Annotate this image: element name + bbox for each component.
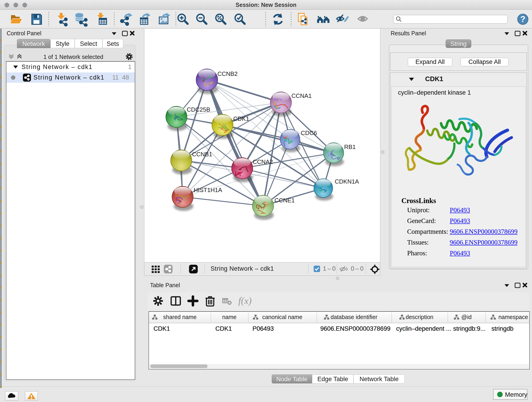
svg-text:CCNA1: CCNA1	[291, 92, 312, 99]
svg-text:HIST1H1A: HIST1H1A	[194, 186, 222, 193]
svg-text:CDC25B: CDC25B	[187, 106, 210, 113]
svg-text:RB1: RB1	[344, 143, 356, 150]
svg-text:CDKN1A: CDKN1A	[335, 178, 359, 185]
svg-text:CDC6: CDC6	[301, 129, 317, 136]
svg-text:CCNA2: CCNA2	[253, 158, 273, 165]
svg-text:CCNE1: CCNE1	[274, 197, 295, 204]
svg-text:CCNB1: CCNB1	[192, 151, 212, 158]
svg-text:?: ?	[520, 14, 525, 24]
svg-text:CDK1: CDK1	[233, 115, 249, 122]
svg-text:CCNB2: CCNB2	[217, 70, 238, 77]
